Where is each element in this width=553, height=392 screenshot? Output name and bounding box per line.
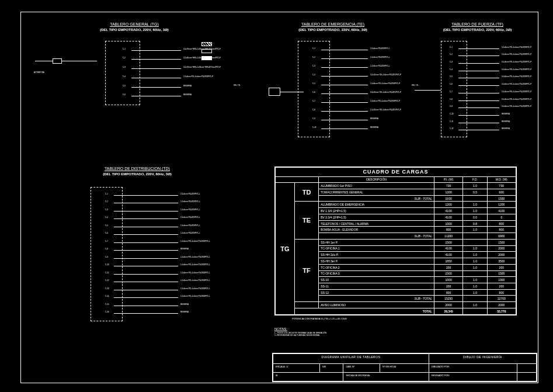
cell-md: 1500 xyxy=(487,270,516,277)
circuit-desc: 3-1x6mm²TW+1x4mm²TW-Ø20PVC-P xyxy=(502,68,531,71)
circuit-line xyxy=(114,234,178,235)
circuit-tag: C-3 xyxy=(105,209,108,211)
notes-title: NOTAS: xyxy=(274,327,287,331)
hdr-pi: P.I. (W) xyxy=(434,176,462,183)
subtotal-pi: 1930 xyxy=(434,195,462,202)
circuit-line xyxy=(458,107,499,108)
cell-pi: 4100 xyxy=(434,245,462,252)
cell-desc: SS-12 xyxy=(319,289,434,296)
circuit-tag: C-2 xyxy=(312,56,315,58)
circuit-tag: C-3 xyxy=(450,61,453,63)
root-label: TG xyxy=(276,183,295,315)
circuit-tag: C-8 xyxy=(450,98,453,100)
tg-subtitle: (DEL TIPO EMPOTRADO, 220V, 60Hz, 3Ø) xyxy=(64,28,204,32)
circuit-tag: C-9 xyxy=(312,117,315,120)
titleblock: DIAGRAMA UNIFILAR DE TABLEROS DIBUJO DE … xyxy=(272,353,537,382)
circuit-desc: RESERVA xyxy=(180,248,189,250)
circuit-desc: 3-1x70mm²THW+1x35mm²THW-Ø75mmPVC-P xyxy=(183,66,221,68)
circuit-line xyxy=(114,297,178,298)
subtotal-md: 6900 xyxy=(487,233,516,240)
circuit-desc: RESERVA xyxy=(183,93,192,96)
cell-pi: 1000 xyxy=(434,220,462,227)
cell-desc: SS-HH 3er P. xyxy=(319,258,434,265)
panel-tf: TABLERO DE FUERZA (TF) (DEL TIPO EMPOTRA… xyxy=(420,22,534,32)
cell-desc: TC-OFICINA 1 xyxy=(319,245,434,252)
circuit-tag: C-16 xyxy=(105,311,109,313)
circuit-line xyxy=(458,78,499,78)
circuit-line xyxy=(321,50,368,50)
panel-tg: TABLERO GENERAL (TG) (DEL TIPO EMPOTRADO… xyxy=(64,22,204,32)
cell-fd: 0.5 xyxy=(463,189,487,196)
legend-tf xyxy=(201,56,212,60)
circuit-line xyxy=(131,68,181,69)
circuit-line xyxy=(114,203,178,203)
tb-date-l: FECHA DE ENTREGA: xyxy=(343,372,429,381)
cell-fd xyxy=(463,270,487,277)
cell-desc: SS-11 xyxy=(319,283,434,290)
cell-desc: SS-10 xyxy=(319,277,434,283)
circuit-desc: 2-1x6mm²TW+1x4mm²TW-Ø20PVC-L xyxy=(180,272,210,274)
circuit-line xyxy=(114,250,178,251)
circuit-line xyxy=(114,195,178,196)
tb-scale-v: S/E xyxy=(319,363,343,372)
circuit-desc: 2-1x4mm²TW-Ø20PVC-L xyxy=(180,193,200,195)
tb-of: Nº DE HOJA xyxy=(380,363,429,372)
cell-fd: 1.0 xyxy=(463,258,487,265)
cell-desc: BV 1 3/4 (2HP=1.5) xyxy=(319,208,434,214)
circuit-tag: C-4 xyxy=(450,68,453,71)
circuit-desc: 3-1x10mm²TW+1x6mm²TW-Ø25PVC-P xyxy=(370,91,401,93)
cell-pi: 1850 xyxy=(434,258,462,265)
circuit-tag: C-10 xyxy=(450,113,454,115)
circuit-desc: 2-1x4mm²TW-Ø20PVC-L xyxy=(180,216,200,218)
circuit-desc: RESERVA xyxy=(502,113,510,115)
hdr-md: M.D. (W) xyxy=(487,176,516,183)
cell-desc: TOMACORRIENTES GENERAL xyxy=(319,189,434,196)
circuit-line xyxy=(321,76,368,77)
cell-fd: 1.0 xyxy=(463,208,487,214)
circuit-line xyxy=(131,59,181,60)
circuit-tag: C-9 xyxy=(105,256,108,258)
circuit-line xyxy=(114,266,178,266)
circuit-line xyxy=(458,48,499,49)
group-label: TD xyxy=(294,183,318,202)
circuit-desc: 2-1x4mm²TW+1x4mm²TW-Ø20PVC-P xyxy=(183,75,213,78)
subtotal-md: 1330 xyxy=(487,195,516,202)
total-label: TOTAL xyxy=(294,308,434,314)
circuit-line xyxy=(131,87,181,88)
circuit-line xyxy=(114,218,178,219)
circuit-tag: C-8 xyxy=(105,248,108,250)
cell-pi: 200 xyxy=(434,264,462,270)
circuit-desc: 3-1x6mm²TW+1x4mm²TW-Ø20PVC-P xyxy=(502,46,531,48)
cell-md: 730 xyxy=(487,183,516,189)
cell-md: 1200 xyxy=(487,202,516,208)
circuit-line xyxy=(114,258,178,259)
tf-subtitle: (DEL TIPO EMPOTRADO, 220V, 60Hz, 3Ø) xyxy=(420,28,534,32)
cell-fd: 1.0 xyxy=(463,283,487,290)
group-label: TF xyxy=(294,239,318,301)
td-title: TABLERO DE DISTRIBUCION (TD) xyxy=(61,166,213,171)
circuit-line xyxy=(114,242,178,243)
cell-desc: SS-HH 1er P. xyxy=(319,239,434,245)
legend-td xyxy=(201,42,212,46)
circuit-line xyxy=(114,227,178,227)
circuit-line xyxy=(114,282,178,282)
cell-md: 3500 xyxy=(487,258,516,265)
circuit-line xyxy=(458,85,499,86)
td-subtitle: (DEL TIPO EMPOTRADO, 220V, 60Hz, 3Ø) xyxy=(61,172,213,176)
circuit-tag: C-2 xyxy=(450,53,453,55)
cell-md: 200 xyxy=(487,283,516,290)
total-fd xyxy=(463,308,487,314)
circuit-tag: C-6 xyxy=(123,93,126,96)
circuit-desc: 2-1x6mm²TW+1x4mm²TW-Ø20PVC-L xyxy=(180,263,210,266)
circuit-tag: C-4 xyxy=(312,74,315,76)
cell-md: 1000 xyxy=(487,277,516,283)
circuit-desc: RESERVA xyxy=(370,117,378,120)
extra-fd: 1.0 xyxy=(463,302,487,308)
circuit-tag: C-6 xyxy=(312,91,315,93)
circuit-line xyxy=(131,50,181,51)
te-subtitle: (DEL TIPO EMPOTRADO, 220V, 60Hz, 3Ø) xyxy=(260,28,406,32)
circuit-desc: 2-1x4mm²TW-Ø20PVC-L xyxy=(180,209,200,211)
circuit-desc: 2-1x6mm²TW+1x4mm²TW-Ø20PVC-L xyxy=(180,279,210,282)
circuit-line xyxy=(458,100,499,101)
cell-desc: BOMBA AGUA - ELEVADOR xyxy=(319,227,434,233)
